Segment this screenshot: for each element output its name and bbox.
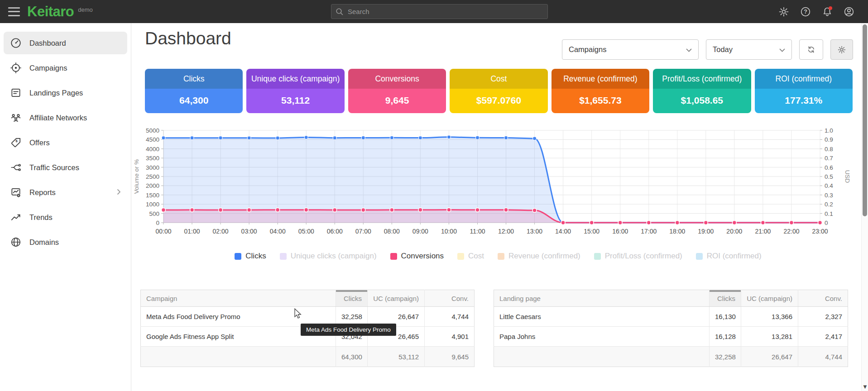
settings-icon[interactable] (778, 6, 789, 17)
svg-text:3000: 3000 (146, 164, 159, 171)
brand-badge: demo (78, 6, 93, 13)
legend-item-conversions[interactable]: Conversions (390, 252, 444, 261)
column-header-campaign[interactable]: Campaign (141, 290, 336, 307)
column-header-uc-campaign[interactable]: UC (campaign) (741, 290, 798, 307)
help-icon[interactable]: ? (800, 6, 811, 17)
row-value-cell: 13,281 (741, 327, 798, 347)
svg-text:18:00: 18:00 (669, 228, 685, 235)
sidebar-item-label: Reports (29, 188, 56, 197)
legend-label: ROI (confirmed) (707, 252, 762, 261)
sidebar-item-label: Domains (29, 238, 59, 247)
stat-card-label: Revenue (confirmed) (551, 69, 649, 89)
svg-text:0.1: 0.1 (825, 210, 833, 217)
mouse-cursor (293, 308, 302, 321)
stat-card-label: Conversions (348, 69, 446, 89)
svg-text:10:00: 10:00 (441, 228, 457, 235)
sidebar-item-traffic-sources[interactable]: Traffic Sources (4, 156, 127, 179)
table-row[interactable]: Little Caesars16,13013,3662,327 (494, 307, 848, 327)
traffic-chart[interactable]: 00:0001:0002:0003:0004:0005:0006:0007:00… (131, 104, 865, 240)
sidebar-item-offers[interactable]: $ Offers (4, 131, 127, 154)
svg-text:16:00: 16:00 (612, 228, 628, 235)
svg-text:15:00: 15:00 (584, 228, 599, 235)
legend-item-unique-clicks-campaign[interactable]: Unique clicks (campaign) (280, 252, 377, 261)
svg-text:0.7: 0.7 (825, 155, 833, 162)
svg-text:4000: 4000 (146, 146, 159, 153)
sidebar-item-campaigns[interactable]: Campaigns (4, 57, 127, 79)
offer-tag-icon: $ (10, 137, 22, 148)
svg-text:04:00: 04:00 (270, 228, 286, 235)
totals-row: 64,30053,1129,645 (141, 347, 475, 367)
column-header-clicks[interactable]: Clicks (336, 290, 368, 307)
refresh-button[interactable] (799, 39, 823, 60)
date-range-value: Today (713, 45, 733, 54)
legend-item-cost[interactable]: Cost (457, 252, 484, 261)
chevron-right-icon (117, 188, 121, 197)
page-title: Dashboard (145, 29, 231, 48)
svg-text:21:00: 21:00 (755, 228, 771, 235)
sidebar-item-label: Landings Pages (29, 89, 83, 97)
svg-text:02:00: 02:00 (213, 228, 229, 235)
sidebar-item-reports[interactable]: Reports (4, 181, 127, 204)
totals-cell (494, 347, 710, 367)
svg-text:11:00: 11:00 (470, 228, 485, 235)
column-header-uc-campaign[interactable]: UC (campaign) (368, 290, 425, 307)
trend-up-icon (10, 211, 22, 223)
chart-settings-button[interactable] (830, 39, 853, 60)
svg-text:500: 500 (149, 210, 159, 217)
column-header-conv[interactable]: Conv. (798, 290, 848, 307)
row-value-cell: 4,744 (425, 307, 475, 327)
sidebar-item-label: Traffic Sources (29, 163, 79, 172)
svg-text:23:00: 23:00 (812, 228, 828, 235)
svg-text:14:00: 14:00 (555, 228, 571, 235)
totals-cell: 53,112 (368, 347, 425, 367)
landing-pages-table: Landing pageClicksUC (campaign)Conv.Litt… (494, 290, 848, 367)
row-value-cell: 16,128 (710, 327, 741, 347)
svg-text:22:00: 22:00 (783, 228, 799, 235)
date-range-select[interactable]: Today (706, 39, 792, 60)
users-icon (10, 112, 22, 124)
svg-text:5000: 5000 (146, 127, 159, 134)
legend-item-roi-confirmed[interactable]: ROI (confirmed) (696, 252, 762, 261)
scrollbar[interactable]: ▼ (861, 23, 868, 391)
legend-label: Revenue (confirmed) (508, 252, 580, 261)
column-header-conv[interactable]: Conv. (425, 290, 475, 307)
table-row[interactable]: Papa Johns16,12813,2812,417 (494, 327, 848, 347)
totals-cell: 64,300 (336, 347, 368, 367)
legend-item-revenue-confirmed[interactable]: Revenue (confirmed) (498, 252, 580, 261)
svg-text:01:00: 01:00 (184, 228, 200, 235)
column-header-landing-page[interactable]: Landing page (494, 290, 710, 307)
legend-item-profit-loss-confirmed[interactable]: Profit/Loss (confirmed) (594, 252, 682, 261)
sidebar-item-landings-pages[interactable]: Landings Pages (4, 81, 127, 104)
totals-cell (141, 347, 336, 367)
campaigns-filter-select[interactable]: Campaigns (562, 39, 699, 60)
chart-legend: ClicksUnique clicks (campaign)Conversion… (131, 252, 865, 261)
sidebar-item-trends[interactable]: Trends (4, 206, 127, 229)
column-header-clicks[interactable]: Clicks (710, 290, 741, 307)
svg-text:20:00: 20:00 (726, 228, 742, 235)
main-content: Dashboard Campaigns Today Clicks64,300Un… (131, 23, 868, 391)
notifications-icon[interactable] (822, 6, 833, 17)
scroll-down-arrow[interactable]: ▼ (862, 383, 868, 390)
account-icon[interactable] (844, 6, 854, 17)
svg-text:1.0: 1.0 (825, 127, 833, 134)
search-input[interactable] (331, 4, 548, 19)
brand-logo[interactable]: Keitaro (27, 4, 74, 20)
legend-label: Unique clicks (campaign) (291, 252, 377, 261)
legend-swatch (280, 253, 287, 260)
gauge-icon (10, 37, 22, 49)
scrollbar-thumb[interactable] (863, 24, 867, 216)
svg-text:1000: 1000 (146, 201, 159, 208)
svg-text:3500: 3500 (146, 155, 159, 162)
legend-item-clicks[interactable]: Clicks (235, 252, 266, 261)
menu-toggle-icon[interactable] (8, 7, 20, 16)
traffic-split-icon (10, 162, 22, 173)
row-value-cell: 4,901 (425, 327, 475, 347)
svg-text:1500: 1500 (146, 192, 159, 199)
totals-cell: 9,645 (425, 347, 475, 367)
sidebar-item-dashboard[interactable]: Dashboard (4, 32, 127, 54)
sidebar-item-domains[interactable]: Domains (4, 231, 127, 253)
sidebar-item-affiliate-networks[interactable]: Affiliate Networks (4, 106, 127, 129)
totals-cell: 26,647 (741, 347, 798, 367)
global-search (331, 4, 548, 19)
row-value-cell: 16,130 (710, 307, 741, 327)
